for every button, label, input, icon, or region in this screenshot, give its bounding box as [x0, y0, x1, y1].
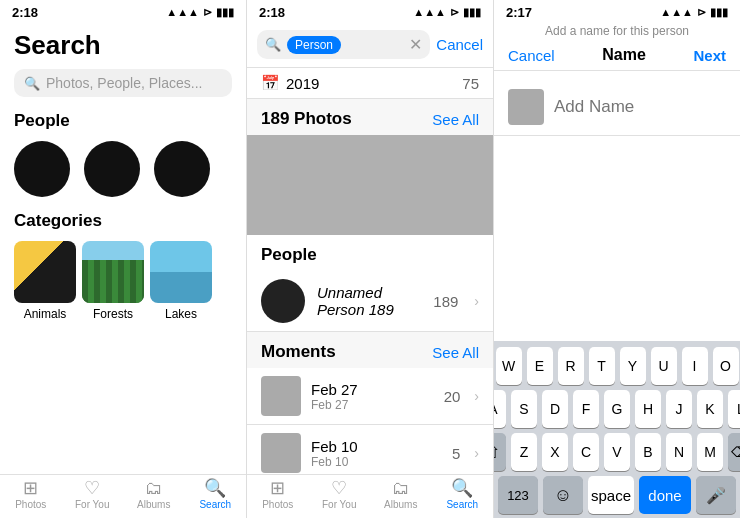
- key-numbers[interactable]: 123: [498, 476, 538, 514]
- name-avatar: [508, 89, 544, 125]
- tab-photos-1[interactable]: ⊞ Photos: [0, 479, 62, 510]
- chevron-icon: ›: [474, 293, 479, 309]
- tab-for-you-2[interactable]: ♡ For You: [309, 479, 371, 510]
- photos-tab-icon-2: ⊞: [270, 479, 285, 497]
- next-button[interactable]: Next: [693, 47, 726, 64]
- tab-search-1[interactable]: 🔍 Search: [185, 479, 247, 510]
- tab-albums-1[interactable]: 🗂 Albums: [123, 479, 185, 510]
- signal-icon: ▲▲▲: [166, 6, 199, 18]
- categories-section-title: Categories: [14, 211, 232, 231]
- tab-bar-2: ⊞ Photos ♡ For You 🗂 Albums 🔍 Search: [247, 474, 493, 518]
- search-tab-icon: 🔍: [204, 479, 226, 497]
- key-v[interactable]: V: [604, 433, 630, 471]
- wifi-icon-3: ⊳: [697, 6, 706, 19]
- signal-icon-3: ▲▲▲: [660, 6, 693, 18]
- key-g[interactable]: G: [604, 390, 630, 428]
- person-tag[interactable]: Person: [287, 36, 341, 54]
- person-circle-2[interactable]: [84, 141, 140, 197]
- tab-search-2[interactable]: 🔍 Search: [432, 479, 494, 510]
- keyboard: Q W E R T Y U I O P A S D F G H J K L ⇧ …: [494, 341, 740, 518]
- battery-icon: ▮▮▮: [216, 6, 234, 19]
- photos-section-header: 189 Photos See All: [247, 99, 493, 135]
- person-search-bar[interactable]: 🔍 Person ✕ Cancel: [247, 22, 493, 68]
- panel-add-name: 2:17 ▲▲▲ ⊳ ▮▮▮ Add a name for this perso…: [494, 0, 740, 518]
- panel-person-search: 2:18 ▲▲▲ ⊳ ▮▮▮ 🔍 Person ✕ Cancel 📅 2019 …: [247, 0, 494, 518]
- key-done[interactable]: done: [639, 476, 691, 514]
- moment-row-2[interactable]: Feb 10 Feb 10 5 ›: [247, 425, 493, 474]
- key-e[interactable]: E: [527, 347, 553, 385]
- moment-chevron-1: ›: [474, 388, 479, 404]
- person-avatar: [261, 279, 305, 323]
- key-k[interactable]: K: [697, 390, 723, 428]
- moment-info-2: Feb 10 Feb 10: [311, 438, 442, 469]
- panel-search: 2:18 ▲▲▲ ⊳ ▮▮▮ Search 🔍 Photos, People, …: [0, 0, 247, 518]
- tab-for-you-1[interactable]: ♡ For You: [62, 479, 124, 510]
- category-lakes[interactable]: Lakes: [150, 241, 212, 321]
- search-bar[interactable]: 🔍 Photos, People, Places...: [14, 69, 232, 97]
- people-section-header: People: [247, 235, 493, 271]
- cancel-name-button[interactable]: Cancel: [508, 47, 555, 64]
- person-circle-1[interactable]: [14, 141, 70, 197]
- category-label-forests: Forests: [93, 307, 133, 321]
- key-i[interactable]: I: [682, 347, 708, 385]
- key-n[interactable]: N: [666, 433, 692, 471]
- key-u[interactable]: U: [651, 347, 677, 385]
- key-backspace[interactable]: ⌫: [728, 433, 740, 471]
- key-f[interactable]: F: [573, 390, 599, 428]
- key-b[interactable]: B: [635, 433, 661, 471]
- moments-list: Feb 27 Feb 27 20 › Feb 10 Feb 10 5 ›: [247, 368, 493, 474]
- name-field[interactable]: [554, 97, 740, 117]
- key-z[interactable]: Z: [511, 433, 537, 471]
- year-label: 2019: [286, 75, 462, 92]
- person-circle-3[interactable]: [154, 141, 210, 197]
- people-section-title: People: [14, 111, 232, 131]
- photos-see-all[interactable]: See All: [432, 111, 479, 128]
- status-icons-3: ▲▲▲ ⊳ ▮▮▮: [660, 6, 728, 19]
- key-y[interactable]: Y: [620, 347, 646, 385]
- tab-label-photos-2: Photos: [262, 499, 293, 510]
- key-s[interactable]: S: [511, 390, 537, 428]
- key-c[interactable]: C: [573, 433, 599, 471]
- person-row[interactable]: Unnamed Person 189 189 ›: [247, 271, 493, 332]
- category-animals[interactable]: Animals: [14, 241, 76, 321]
- tab-label-photos-1: Photos: [15, 499, 46, 510]
- tab-albums-2[interactable]: 🗂 Albums: [370, 479, 432, 510]
- key-emoji[interactable]: ☺: [543, 476, 583, 514]
- moment-row-1[interactable]: Feb 27 Feb 27 20 ›: [247, 368, 493, 425]
- key-l[interactable]: L: [728, 390, 740, 428]
- battery-icon-2: ▮▮▮: [463, 6, 481, 19]
- albums-tab-icon: 🗂: [145, 479, 163, 497]
- search-results: 📅 2019 75 189 Photos See All People Unna…: [247, 68, 493, 474]
- key-mic[interactable]: 🎤: [696, 476, 736, 514]
- moments-see-all[interactable]: See All: [432, 344, 479, 361]
- year-row[interactable]: 📅 2019 75: [247, 68, 493, 99]
- albums-tab-icon-2: 🗂: [392, 479, 410, 497]
- categories-grid: Animals Forests Lakes: [14, 241, 232, 321]
- key-x[interactable]: X: [542, 433, 568, 471]
- keyboard-row-3: ⇧ Z X C V B N M ⌫: [498, 433, 736, 471]
- tab-photos-2[interactable]: ⊞ Photos: [247, 479, 309, 510]
- battery-icon-3: ▮▮▮: [710, 6, 728, 19]
- tab-label-albums-2: Albums: [384, 499, 417, 510]
- moment-thumb-2: [261, 433, 301, 473]
- person-count: 189: [433, 293, 458, 310]
- key-o[interactable]: O: [713, 347, 739, 385]
- name-input-row[interactable]: [494, 79, 740, 136]
- cancel-search-button[interactable]: Cancel: [436, 36, 483, 53]
- key-shift[interactable]: ⇧: [494, 433, 506, 471]
- key-t[interactable]: T: [589, 347, 615, 385]
- key-h[interactable]: H: [635, 390, 661, 428]
- clear-button[interactable]: ✕: [409, 35, 422, 54]
- key-a[interactable]: A: [494, 390, 506, 428]
- key-d[interactable]: D: [542, 390, 568, 428]
- key-r[interactable]: R: [558, 347, 584, 385]
- key-j[interactable]: J: [666, 390, 692, 428]
- wifi-icon-2: ⊳: [450, 6, 459, 19]
- key-w[interactable]: W: [496, 347, 522, 385]
- key-m[interactable]: M: [697, 433, 723, 471]
- category-forests[interactable]: Forests: [82, 241, 144, 321]
- status-bar-3: 2:17 ▲▲▲ ⊳ ▮▮▮: [494, 0, 740, 22]
- moment-date-main-2: Feb 10: [311, 438, 442, 455]
- keyboard-row-2: A S D F G H J K L: [498, 390, 736, 428]
- key-space[interactable]: space: [588, 476, 634, 514]
